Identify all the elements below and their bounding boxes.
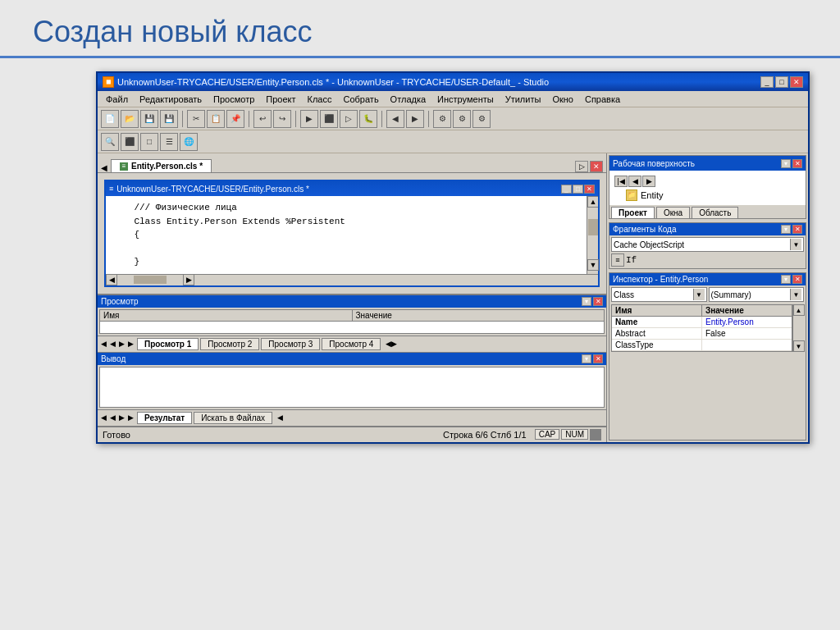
insp-class-arrow[interactable]: ▼ [693, 289, 705, 300]
tb-extra3[interactable]: ⚙ [472, 110, 491, 128]
hscroll-thumb[interactable] [134, 276, 167, 284]
output-tab-result[interactable]: Результат [137, 412, 192, 424]
preview-tab-3[interactable]: Просмотр 3 [261, 338, 320, 350]
inspector-class-dropdown[interactable]: Class ▼ [611, 287, 707, 302]
output-nav-1[interactable]: ◀ [101, 413, 107, 422]
workspace-tree-item[interactable]: 📁 Entity [613, 189, 802, 202]
ws-nav-first[interactable]: |◀ [614, 176, 628, 187]
preview-nav-next[interactable]: ▶ [119, 340, 125, 348]
tb-cut[interactable]: ✂ [187, 110, 205, 128]
tab-prev-arrow[interactable]: ◀ [101, 163, 107, 172]
preview-close-btn[interactable]: ✕ [593, 297, 603, 306]
tb-extra2[interactable]: ⚙ [453, 110, 471, 128]
inspector-scrollbar[interactable]: ▲ ▼ [792, 304, 804, 352]
preview-tab-2[interactable]: Просмотр 2 [200, 338, 259, 350]
tb-undo[interactable]: ↩ [253, 110, 272, 128]
inspector-close-btn[interactable]: ✕ [792, 275, 802, 284]
tb-new[interactable]: 📄 [101, 110, 119, 128]
output-nav-3[interactable]: ▶ [119, 413, 125, 422]
output-content-area [99, 367, 605, 408]
ws-tab-area[interactable]: Область [692, 207, 738, 218]
inspector-pin-btn[interactable]: ▾ [781, 275, 791, 284]
menu-class[interactable]: Класс [303, 94, 337, 105]
scroll-right-arrow[interactable]: ▶ [183, 274, 194, 285]
ws-tab-windows[interactable]: Окна [656, 207, 690, 218]
output-nav-2[interactable]: ◀ [110, 413, 116, 422]
menu-project[interactable]: Проект [261, 94, 300, 105]
tab-close-btn[interactable]: ▷ [575, 161, 588, 172]
output-nav-4[interactable]: ▶ [128, 413, 134, 422]
fragments-dropdown-arrow[interactable]: ▼ [790, 239, 801, 250]
insp-row-1[interactable]: Abstract False [612, 328, 792, 340]
tab-x-btn[interactable]: ✕ [590, 161, 603, 172]
tb-forward[interactable]: ▶ [406, 110, 424, 128]
menu-help[interactable]: Справка [580, 94, 625, 105]
menu-debug[interactable]: Отладка [386, 94, 431, 105]
workspace-close-btn[interactable]: ✕ [792, 159, 802, 168]
editor-min-btn[interactable]: _ [561, 185, 572, 194]
minimize-button[interactable]: _ [760, 76, 774, 88]
close-button[interactable]: ✕ [790, 76, 803, 88]
tb2-1[interactable]: 🔍 [101, 133, 119, 151]
editor-hscrollbar[interactable]: ◀ ▶ [106, 274, 598, 285]
insp-row-2[interactable]: ClassType [612, 340, 792, 351]
editor-restore-btn[interactable]: □ [573, 185, 583, 194]
preview-pin-btn[interactable]: ▾ [582, 297, 591, 306]
inspector-summary-dropdown[interactable]: (Summary) ▼ [709, 287, 805, 302]
editor-vscrollbar[interactable]: ▲ ▼ [587, 196, 598, 274]
workspace-pin-btn[interactable]: ▾ [781, 159, 791, 168]
tb2-5[interactable]: 🌐 [180, 133, 198, 151]
insp-scroll-down[interactable]: ▼ [793, 340, 805, 352]
code-editor[interactable]: /// Физические лица Class Entity.Person … [106, 196, 587, 274]
preview-tab-4[interactable]: Просмотр 4 [322, 338, 381, 350]
menu-utilities[interactable]: Утилиты [500, 94, 546, 105]
tb-debug[interactable]: 🐛 [359, 110, 377, 128]
preview-tab-scroll[interactable]: ◀▶ [386, 340, 397, 348]
tb-save-all[interactable]: 💾 [160, 110, 178, 128]
output-close-btn[interactable]: ✕ [593, 354, 603, 363]
menu-view[interactable]: Просмотр [208, 94, 259, 105]
fragments-content: Cache ObjectScript ▼ ≡ If [609, 235, 806, 268]
tb-redo[interactable]: ↪ [273, 110, 291, 128]
fragments-language-dropdown[interactable]: Cache ObjectScript ▼ [611, 237, 804, 252]
output-tab-search[interactable]: Искать в Файлах [194, 412, 272, 424]
output-tab-scroll[interactable]: ◀ [277, 413, 283, 422]
output-pin-btn[interactable]: ▾ [582, 354, 591, 363]
menu-build[interactable]: Собрать [338, 94, 383, 105]
editor-close-btn[interactable]: ✕ [584, 185, 595, 194]
tb-copy[interactable]: 📋 [207, 110, 225, 128]
tb-compile[interactable]: ▶ [300, 110, 318, 128]
scroll-left-arrow[interactable]: ◀ [106, 274, 117, 285]
tb-paste[interactable]: 📌 [226, 110, 244, 128]
editor-tab-active[interactable]: ≡ Entity.Person.cls * [111, 159, 212, 172]
preview-nav-prev[interactable]: ◀ [110, 340, 116, 348]
menu-window[interactable]: Окно [547, 94, 578, 105]
insp-scroll-up[interactable]: ▲ [793, 304, 805, 316]
fragments-close-btn[interactable]: ✕ [792, 225, 802, 234]
tb-save[interactable]: 💾 [140, 110, 158, 128]
tb-extra1[interactable]: ⚙ [433, 110, 451, 128]
insp-row-0[interactable]: Name Entity.Person [612, 317, 792, 328]
tb-stop[interactable]: ⬛ [320, 110, 338, 128]
menu-edit[interactable]: Редактировать [135, 94, 207, 105]
preview-nav-left[interactable]: ◀ [101, 340, 107, 348]
scroll-down-arrow[interactable]: ▼ [587, 259, 598, 271]
restore-button[interactable]: □ [775, 76, 788, 88]
fragments-pin-btn[interactable]: ▾ [781, 225, 791, 234]
tb-run[interactable]: ▷ [340, 110, 358, 128]
ws-nav-next[interactable]: ▶ [642, 176, 655, 187]
preview-nav-right[interactable]: ▶ [128, 340, 134, 348]
ws-nav-prev[interactable]: ◀ [628, 176, 641, 187]
scroll-thumb[interactable] [588, 219, 598, 235]
tb2-4[interactable]: ☰ [160, 133, 178, 151]
tb2-3[interactable]: □ [140, 133, 158, 151]
menu-file[interactable]: Файл [101, 94, 133, 105]
scroll-up-arrow[interactable]: ▲ [587, 196, 598, 208]
ws-tab-project[interactable]: Проект [611, 207, 655, 218]
tb2-2[interactable]: ⬛ [121, 133, 139, 151]
menu-tools[interactable]: Инструменты [432, 94, 499, 105]
tb-open[interactable]: 📂 [121, 110, 139, 128]
tb-back[interactable]: ◀ [386, 110, 404, 128]
preview-tab-1[interactable]: Просмотр 1 [137, 338, 199, 350]
insp-summary-arrow[interactable]: ▼ [790, 289, 801, 300]
